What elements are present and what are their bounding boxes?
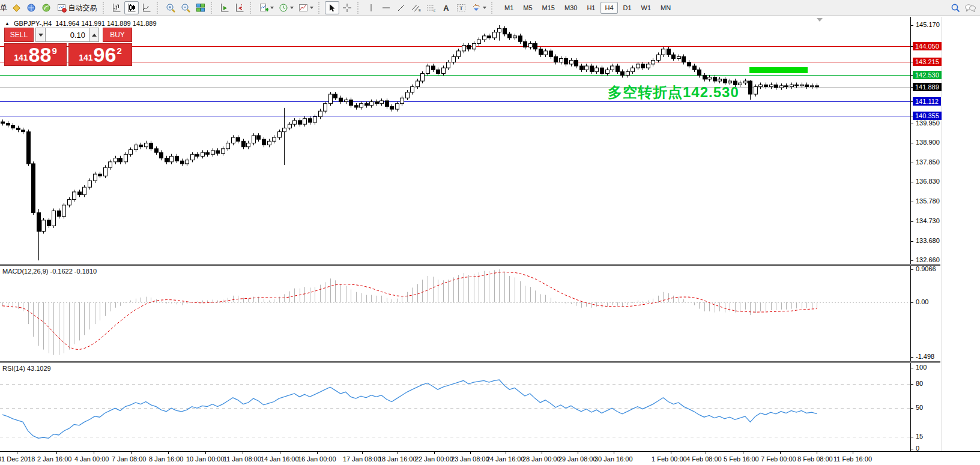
zoom-in-button[interactable] <box>163 1 178 14</box>
rsi-pane[interactable]: RSI(14) 43.1029 <box>0 364 910 451</box>
auto-scroll-button[interactable] <box>217 1 232 14</box>
axis-tick <box>911 437 913 437</box>
main-chart-pane[interactable]: ▲ GBPJPY-,H4 141.964 141.991 141.889 141… <box>0 17 910 265</box>
zoom-in-icon <box>166 3 176 13</box>
volume-decrease-button[interactable] <box>35 28 46 42</box>
crosshair-tool-button[interactable] <box>340 1 354 14</box>
community-button[interactable] <box>24 1 38 14</box>
pane-splitter[interactable] <box>0 264 940 266</box>
chart-shift-marker-icon[interactable] <box>817 18 823 22</box>
buy-button[interactable]: BUY <box>103 28 132 42</box>
timeframe-h1-button[interactable]: H1 <box>582 2 599 14</box>
axis-tick <box>911 25 913 26</box>
annotation-text: 多空转折点142.530 <box>608 83 739 102</box>
time-tick-label: 8 Jan 16:00 <box>149 455 184 463</box>
axis-tick <box>911 384 913 385</box>
templates-button[interactable] <box>296 1 315 14</box>
timeframe-d1-button[interactable]: D1 <box>619 2 636 14</box>
volume-input[interactable] <box>46 28 89 42</box>
timeframe-m30-button[interactable]: M30 <box>560 2 581 14</box>
toolbar-grip <box>103 2 107 14</box>
price-axis[interactable]: 145.170139.950138.900137.850136.830135.7… <box>910 17 980 451</box>
buy-price-big: 96 <box>94 44 116 65</box>
time-tick-label: 28 Jan 00:00 <box>522 455 561 463</box>
zoom-out-button[interactable] <box>178 1 193 14</box>
macd-pane[interactable]: MACD(12,26,9) -0.1622 -0.1810 <box>0 266 910 362</box>
time-tick <box>280 452 280 454</box>
indicators-button[interactable] <box>256 1 276 14</box>
toolbar-grip <box>250 2 254 14</box>
collapse-arrow-icon[interactable]: ▲ <box>5 21 10 26</box>
timeframe-toolbar: M1M5M15M30H1H4D1W1MN <box>500 2 675 14</box>
macd-chart-canvas[interactable] <box>0 266 910 362</box>
time-tick-label: 14 Jan 16:00 <box>261 455 299 463</box>
text-tool-button[interactable]: A <box>439 1 453 14</box>
dropdown-caret-icon <box>290 7 294 9</box>
sell-price-button[interactable]: 141 88 9 <box>4 43 67 66</box>
periods-button[interactable] <box>276 1 295 14</box>
new-order-button[interactable]: 单 <box>0 3 8 13</box>
equidistant-channel-tool-button[interactable]: E <box>409 1 423 14</box>
price-tick-label: 136.830 <box>916 178 940 185</box>
buy-price-button[interactable]: 141 96 2 <box>68 43 132 66</box>
candlestick-mode-button[interactable] <box>124 1 139 14</box>
axis-tick <box>911 449 913 449</box>
axis-tick <box>911 182 913 182</box>
axis-tick <box>911 124 913 124</box>
axis-tick <box>911 221 913 222</box>
timeframe-m15-button[interactable]: M15 <box>538 2 559 14</box>
timeframe-h4-button[interactable]: H4 <box>600 2 617 14</box>
search-button[interactable] <box>948 1 963 14</box>
candlestick-chart-canvas[interactable] <box>0 17 910 265</box>
text-a-icon: A <box>443 4 449 13</box>
timeframe-w1-button[interactable]: W1 <box>637 2 656 14</box>
signals-button[interactable] <box>39 1 53 14</box>
price-tick-label: 134.730 <box>916 217 940 224</box>
time-tick <box>168 452 169 454</box>
chart-symbol: GBPJPY-,H4 <box>14 20 52 27</box>
time-tick <box>780 452 781 454</box>
blue-globe-icon <box>26 3 36 13</box>
volume-increase-button[interactable] <box>89 28 99 42</box>
chat-button[interactable] <box>963 1 978 14</box>
label-t-icon: T <box>456 3 467 13</box>
arrows-tool-button[interactable] <box>469 1 488 14</box>
tile-windows-button[interactable] <box>193 1 208 14</box>
fibonacci-icon: F <box>426 3 437 13</box>
time-tick-label: 7 Feb 00:00 <box>761 455 796 463</box>
dropdown-caret-icon <box>483 7 486 9</box>
timeframe-mn-button[interactable]: MN <box>656 2 675 14</box>
chat-bubbles-icon <box>964 3 976 13</box>
trendline-tool-button[interactable] <box>394 1 408 14</box>
time-tick <box>614 452 614 454</box>
chart-shift-button[interactable] <box>232 1 247 14</box>
time-tick-label: 4 Feb 08:00 <box>686 455 722 463</box>
market-watch-button[interactable] <box>9 1 23 14</box>
price-tick-label: 50 <box>916 404 923 411</box>
price-tick-label: 138.900 <box>916 139 940 146</box>
line-chart-mode-button[interactable] <box>139 1 154 14</box>
price-tick-label: 139.950 <box>916 119 940 127</box>
level-price-label: 144.050 <box>913 42 942 50</box>
bar-chart-mode-button[interactable] <box>109 1 124 14</box>
text-label-tool-button[interactable]: T <box>454 1 468 14</box>
pane-splitter[interactable] <box>0 361 940 363</box>
autotrading-button[interactable]: 自动交易 <box>54 1 100 14</box>
clock-icon <box>279 3 288 13</box>
bar-chart-icon <box>112 3 121 13</box>
cursor-tool-button[interactable] <box>325 1 339 14</box>
time-tick-label: 1 Feb 00:00 <box>652 455 687 463</box>
vertical-line-tool-button[interactable] <box>364 1 378 14</box>
horizontal-line-tool-button[interactable] <box>379 1 393 14</box>
rsi-chart-canvas[interactable] <box>0 364 910 451</box>
fibonacci-tool-button[interactable]: F <box>424 1 438 14</box>
timeframe-m5-button[interactable]: M5 <box>519 2 536 14</box>
sell-button[interactable]: SELL <box>4 28 34 42</box>
buy-price-prefix: 141 <box>79 53 92 62</box>
axis-tick <box>911 163 913 163</box>
time-tick <box>131 452 132 454</box>
timeframe-m1-button[interactable]: M1 <box>500 2 518 14</box>
time-axis[interactable]: 31 Dec 20182 Jan 16:004 Jan 00:007 Jan 0… <box>0 451 980 465</box>
level-price-label: 141.112 <box>913 97 941 106</box>
green-signal-icon <box>41 3 51 13</box>
